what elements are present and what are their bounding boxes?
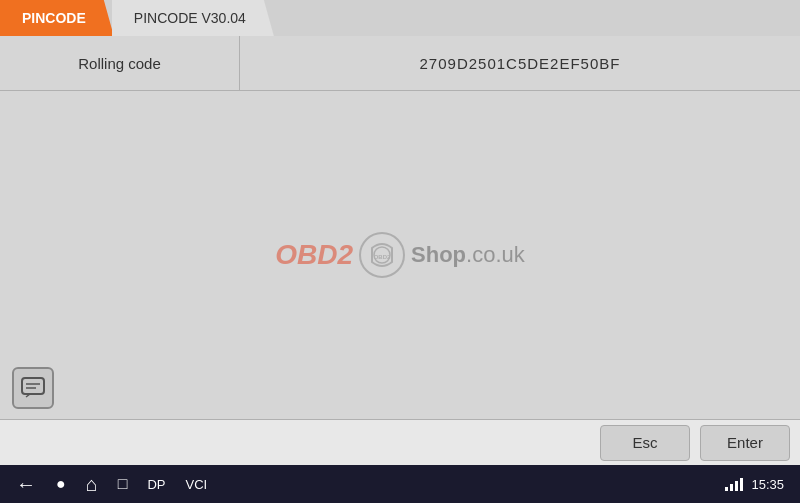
watermark: OBD2 OBD2 Shop .co.uk — [275, 230, 525, 280]
square-icon[interactable]: □ — [118, 475, 128, 493]
home-icon[interactable]: ⌂ — [86, 473, 98, 496]
system-right: 15:35 — [725, 477, 784, 492]
watermark-logo-icon: OBD2 — [357, 230, 407, 280]
svg-rect-3 — [22, 378, 44, 394]
enter-button[interactable]: Enter — [700, 425, 790, 461]
chat-icon — [20, 375, 46, 401]
dp-label[interactable]: DP — [147, 477, 165, 492]
watermark-shop-text: Shop — [411, 242, 466, 268]
vci-label[interactable]: VCI — [186, 477, 208, 492]
rolling-code-value: 2709D2501C5DE2EF50BF — [240, 36, 800, 90]
time-display: 15:35 — [751, 477, 784, 492]
signal-icon — [725, 477, 743, 491]
tab-bar: PINCODE PINCODE V30.04 — [0, 0, 800, 36]
system-nav: ← ● ⌂ □ DP VCI — [16, 473, 207, 496]
main-content: Rolling code 2709D2501C5DE2EF50BF OBD2 O… — [0, 36, 800, 419]
rolling-code-label: Rolling code — [0, 36, 240, 90]
tab-pincode-version[interactable]: PINCODE V30.04 — [112, 0, 274, 36]
svg-text:OBD2: OBD2 — [374, 254, 391, 260]
tab-pincode-active[interactable]: PINCODE — [0, 0, 114, 36]
chat-button[interactable] — [12, 367, 54, 409]
tab-pincode-label: PINCODE — [22, 10, 86, 26]
chat-icon-area — [12, 367, 54, 409]
watermark-area: OBD2 OBD2 Shop .co.uk — [0, 91, 800, 419]
data-row: Rolling code 2709D2501C5DE2EF50BF — [0, 36, 800, 91]
watermark-obd2-text: OBD2 — [275, 239, 353, 271]
camera-icon[interactable]: ● — [56, 475, 66, 493]
esc-button[interactable]: Esc — [600, 425, 690, 461]
action-bar: Esc Enter — [0, 419, 800, 465]
watermark-domain-text: .co.uk — [466, 242, 525, 268]
system-bar: ← ● ⌂ □ DP VCI 15:35 — [0, 465, 800, 503]
tab-pincode-version-label: PINCODE V30.04 — [134, 10, 246, 26]
back-icon[interactable]: ← — [16, 473, 36, 496]
